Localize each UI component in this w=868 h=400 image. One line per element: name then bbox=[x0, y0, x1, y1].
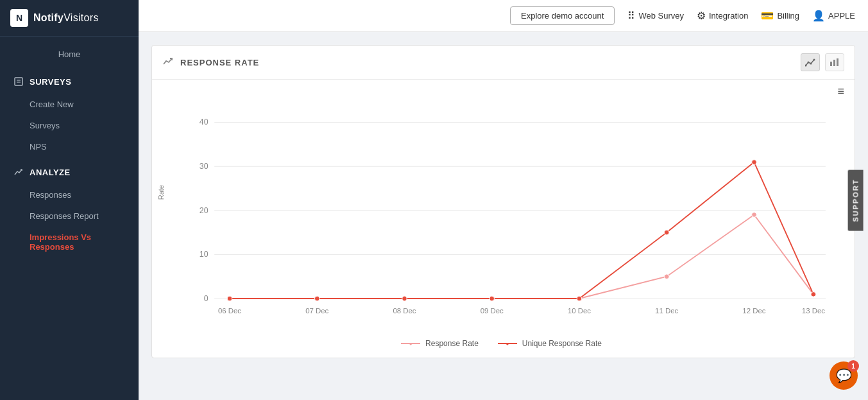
topnav: Explore demo account ⠿ Web Survey ⚙ Inte… bbox=[139, 0, 868, 32]
user-link[interactable]: 👤 APPLE bbox=[812, 10, 855, 22]
svg-point-33 bbox=[664, 274, 669, 279]
analyze-section-header[interactable]: ANALYZE bbox=[0, 160, 139, 184]
y-axis-label: Rate bbox=[157, 185, 165, 200]
svg-point-39 bbox=[489, 296, 495, 301]
surveys-label: SURVEYS bbox=[30, 77, 71, 87]
legend-line-red bbox=[498, 343, 517, 344]
unique-response-rate-line bbox=[230, 162, 813, 299]
chart-header: RESPONSE RATE bbox=[152, 46, 855, 80]
svg-point-38 bbox=[402, 296, 407, 301]
chart-header-icon bbox=[162, 55, 174, 69]
svg-text:06 Dec: 06 Dec bbox=[218, 307, 241, 315]
integration-icon: ⚙ bbox=[697, 10, 706, 22]
svg-text:10: 10 bbox=[200, 250, 208, 259]
svg-rect-0 bbox=[15, 78, 22, 85]
content-area: RESPONSE RATE bbox=[139, 32, 868, 400]
svg-text:40: 40 bbox=[200, 117, 208, 126]
sidebar-item-responses-report[interactable]: Responses Report bbox=[0, 205, 139, 227]
legend-unique-response-rate-label: Unique Response Rate bbox=[522, 339, 602, 348]
svg-point-40 bbox=[577, 296, 582, 301]
chat-bubble[interactable]: 💬 1 bbox=[830, 361, 858, 390]
logo-icon: N bbox=[10, 9, 28, 27]
sidebar-item-responses[interactable]: Responses bbox=[0, 184, 139, 205]
explore-demo-button[interactable]: Explore demo account bbox=[510, 6, 615, 25]
surveys-section-header[interactable]: SURVEYS bbox=[0, 69, 139, 94]
svg-point-6 bbox=[813, 59, 815, 61]
sidebar-item-nps[interactable]: NPS bbox=[0, 136, 139, 157]
sidebar-item-surveys[interactable]: Surveys bbox=[0, 115, 139, 136]
svg-rect-7 bbox=[830, 62, 832, 66]
line-chart-button[interactable] bbox=[801, 53, 820, 71]
svg-point-4 bbox=[808, 62, 810, 64]
web-survey-link[interactable]: ⠿ Web Survey bbox=[627, 10, 684, 22]
sidebar-nav: Home SURVEYS Create New Surveys NPS bbox=[0, 37, 139, 400]
svg-text:13 Dec: 13 Dec bbox=[802, 307, 825, 315]
svg-point-37 bbox=[314, 296, 319, 301]
response-rate-line bbox=[230, 214, 813, 299]
svg-point-42 bbox=[752, 160, 757, 165]
sidebar-item-home[interactable]: Home bbox=[0, 42, 139, 67]
svg-text:08 Dec: 08 Dec bbox=[393, 307, 416, 315]
chart-legend: Response Rate Unique Response Rate bbox=[158, 333, 844, 358]
svg-text:12 Dec: 12 Dec bbox=[742, 307, 765, 315]
svg-rect-8 bbox=[833, 60, 835, 66]
svg-text:11 Dec: 11 Dec bbox=[655, 307, 678, 315]
legend-unique-response-rate: Unique Response Rate bbox=[498, 339, 602, 348]
logo: N NotifyVisitors bbox=[0, 0, 139, 37]
svg-point-43 bbox=[811, 292, 816, 297]
chart-svg-wrapper: Rate 40 30 20 10 0 bbox=[158, 86, 844, 333]
logo-text: NotifyVisitors bbox=[33, 12, 99, 24]
chart-toolbar bbox=[801, 53, 844, 71]
svg-text:0: 0 bbox=[204, 294, 208, 303]
svg-text:20: 20 bbox=[200, 206, 208, 215]
surveys-section: SURVEYS Create New Surveys NPS bbox=[0, 69, 139, 157]
svg-text:10 Dec: 10 Dec bbox=[568, 307, 591, 315]
sidebar: N NotifyVisitors Home SURVEYS Create New… bbox=[0, 0, 139, 400]
billing-link[interactable]: 💳 Billing bbox=[761, 10, 799, 22]
sidebar-item-impressions-vs-responses[interactable]: Impressions Vs Responses bbox=[0, 227, 139, 257]
integration-link[interactable]: ⚙ Integration bbox=[697, 10, 748, 22]
legend-response-rate: Response Rate bbox=[401, 339, 479, 348]
bar-chart-button[interactable] bbox=[825, 53, 844, 71]
svg-text:30: 30 bbox=[200, 162, 208, 171]
sidebar-item-create-new[interactable]: Create New bbox=[0, 94, 139, 115]
support-tab[interactable]: SUPPORT bbox=[847, 170, 863, 230]
analyze-icon bbox=[13, 166, 24, 178]
main-area: Explore demo account ⠿ Web Survey ⚙ Inte… bbox=[139, 0, 868, 400]
chart-title: RESPONSE RATE bbox=[180, 58, 794, 67]
legend-line-pink bbox=[401, 343, 420, 344]
svg-point-36 bbox=[227, 296, 232, 301]
svg-point-34 bbox=[752, 213, 757, 218]
svg-point-41 bbox=[664, 230, 669, 235]
chart-container: RESPONSE RATE bbox=[151, 45, 855, 358]
analyze-label: ANALYZE bbox=[30, 168, 71, 177]
chart-body: ≡ Rate 40 30 20 bbox=[152, 80, 855, 358]
svg-point-5 bbox=[810, 63, 812, 65]
billing-icon: 💳 bbox=[761, 10, 774, 22]
chat-badge: 1 bbox=[847, 360, 859, 372]
svg-text:09 Dec: 09 Dec bbox=[481, 307, 504, 315]
chart-svg: 40 30 20 10 0 06 Dec 07 Dec 08 Dec 09 De… bbox=[178, 92, 838, 324]
analyze-section: ANALYZE Responses Responses Report Impre… bbox=[0, 160, 139, 257]
web-survey-icon: ⠿ bbox=[627, 10, 635, 22]
legend-response-rate-label: Response Rate bbox=[425, 339, 479, 348]
svg-rect-9 bbox=[837, 58, 838, 66]
surveys-icon bbox=[13, 76, 24, 87]
svg-text:07 Dec: 07 Dec bbox=[305, 307, 328, 315]
user-icon: 👤 bbox=[812, 10, 825, 22]
